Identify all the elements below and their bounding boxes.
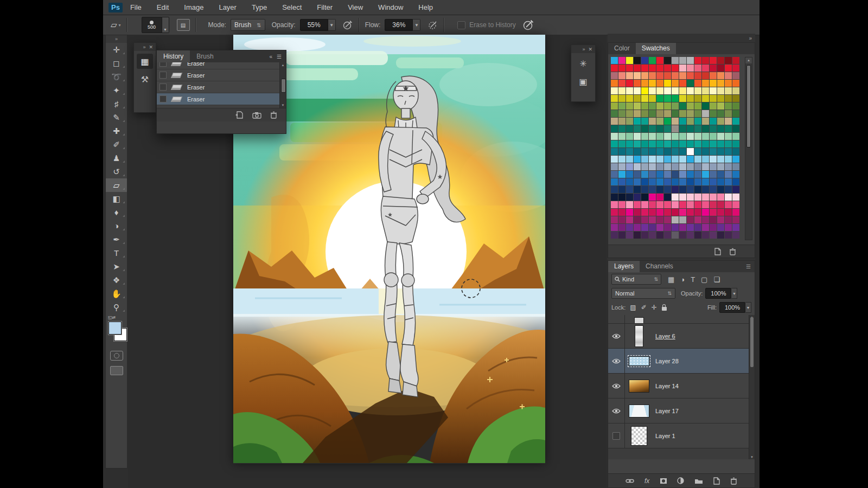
color-swatch[interactable] (717, 133, 724, 140)
color-swatch[interactable] (626, 125, 633, 132)
color-swatch[interactable] (656, 163, 663, 170)
color-swatch[interactable] (672, 125, 679, 132)
color-swatch[interactable] (634, 110, 641, 117)
tab-layers[interactable]: Layers (608, 261, 640, 272)
color-swatch[interactable] (732, 201, 739, 208)
visibility-eye-icon[interactable] (612, 333, 621, 339)
color-swatch[interactable] (732, 110, 739, 117)
color-swatch[interactable] (702, 178, 709, 185)
color-swatch[interactable] (687, 80, 694, 87)
zoom-tool[interactable]: ⚲ (106, 300, 127, 314)
color-swatch[interactable] (649, 125, 656, 132)
layers-scrollbar[interactable]: ▲ ▼ (749, 315, 755, 459)
menu-item-help[interactable]: Help (411, 3, 441, 11)
color-swatch[interactable] (694, 216, 701, 223)
color-swatch[interactable] (710, 118, 717, 125)
color-swatch[interactable] (732, 156, 739, 163)
color-swatch[interactable] (656, 118, 663, 125)
color-swatch[interactable] (626, 140, 633, 147)
history-entry[interactable]: Eraser (157, 81, 286, 93)
opacity-arrow-icon[interactable]: ▼ (328, 19, 336, 31)
color-swatch[interactable] (656, 156, 663, 163)
color-swatch[interactable] (611, 87, 618, 94)
color-swatch[interactable] (672, 57, 679, 64)
color-swatch[interactable] (611, 232, 618, 239)
toggle-brush-panel-button[interactable]: ▤ (177, 19, 190, 31)
menu-item-window[interactable]: Window (371, 3, 411, 11)
color-swatch[interactable] (702, 148, 709, 155)
color-swatch[interactable] (656, 133, 663, 140)
color-swatch[interactable] (626, 118, 633, 125)
color-swatch[interactable] (664, 80, 671, 87)
color-swatch[interactable] (687, 118, 694, 125)
color-swatch[interactable] (679, 178, 686, 185)
color-swatch[interactable] (717, 216, 724, 223)
tab-brush[interactable]: Brush (190, 50, 220, 62)
tool-preset-arrow-icon[interactable]: ▾ (119, 23, 121, 28)
color-swatch[interactable] (732, 171, 739, 178)
scroll-up-icon[interactable]: ▲ (745, 57, 752, 63)
color-swatch[interactable] (725, 194, 732, 201)
color-swatch[interactable] (611, 171, 618, 178)
brush-preset-arrow-icon[interactable]: ▼ (162, 17, 169, 33)
custom-shape-tool[interactable]: ❖ (106, 273, 127, 287)
color-swatch[interactable] (626, 186, 633, 193)
color-swatch[interactable] (717, 110, 724, 117)
history-scrollbar[interactable]: ▲ ▼ (279, 62, 286, 108)
color-swatch[interactable] (687, 87, 694, 94)
filter-adjustment-layers-icon[interactable]: ◑ (680, 275, 685, 284)
color-swatch[interactable] (694, 178, 701, 185)
color-swatch[interactable] (732, 72, 739, 79)
color-swatch[interactable] (725, 232, 732, 239)
color-swatch[interactable] (694, 65, 701, 72)
panel-menu-icon[interactable]: ☰ (277, 54, 282, 60)
layer-thumbnail[interactable] (635, 325, 643, 347)
color-swatch[interactable] (672, 133, 679, 140)
color-swatch[interactable] (702, 232, 709, 239)
color-swatch[interactable] (672, 80, 679, 87)
color-swatch[interactable] (626, 80, 633, 87)
color-swatch[interactable] (626, 232, 633, 239)
color-swatch[interactable] (611, 140, 618, 147)
color-swatch[interactable] (710, 216, 717, 223)
default-colors-icon[interactable]: ◱⇄ (108, 315, 116, 320)
color-swatch[interactable] (725, 201, 732, 208)
color-swatch[interactable] (702, 186, 709, 193)
color-swatch[interactable] (618, 80, 626, 87)
pressure-opacity-icon[interactable] (342, 20, 353, 30)
color-swatch[interactable] (687, 224, 694, 231)
color-swatch[interactable] (672, 201, 679, 208)
lock-all-icon[interactable] (662, 307, 667, 311)
tab-history[interactable]: History (157, 50, 190, 62)
layer-row[interactable]: Layer 14 (608, 374, 755, 399)
color-swatch[interactable] (679, 102, 686, 110)
color-swatch[interactable] (641, 102, 648, 110)
color-swatch[interactable] (626, 209, 633, 216)
layer-thumbnail[interactable] (629, 356, 649, 366)
color-swatch[interactable] (634, 80, 641, 87)
color-swatch[interactable] (656, 72, 663, 79)
color-swatch[interactable] (725, 216, 732, 223)
color-swatch[interactable] (656, 65, 663, 72)
marquee-tool[interactable]: ◻ (106, 56, 127, 70)
color-swatch[interactable] (717, 118, 724, 125)
color-swatch[interactable] (694, 156, 701, 163)
color-swatch[interactable] (656, 171, 663, 178)
delete-swatch-icon[interactable] (729, 248, 736, 255)
filter-shape-layers-icon[interactable]: ▢ (701, 275, 707, 284)
path-selection-tool[interactable]: ➤ (106, 260, 127, 273)
color-swatch[interactable] (664, 57, 671, 64)
color-swatch[interactable] (694, 118, 701, 125)
color-swatch[interactable] (725, 178, 732, 185)
clone-source-icon[interactable]: ▣ (575, 74, 591, 89)
color-swatch[interactable] (641, 133, 648, 140)
scroll-down-icon[interactable]: ▼ (749, 455, 755, 459)
tab-channels[interactable]: Channels (640, 261, 679, 272)
color-swatch[interactable] (702, 201, 709, 208)
color-swatch[interactable] (725, 186, 732, 193)
color-swatch[interactable] (664, 87, 671, 94)
lasso-tool[interactable]: ➰ (106, 70, 127, 84)
color-swatch[interactable] (649, 102, 656, 110)
color-swatch[interactable] (732, 194, 739, 201)
color-swatch[interactable] (634, 216, 641, 223)
